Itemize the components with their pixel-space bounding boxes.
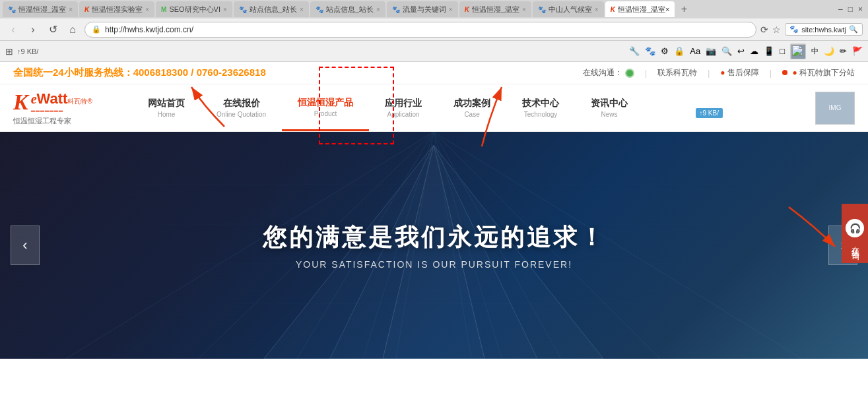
online-consult-button[interactable]: 🎧 在线咨询 xyxy=(842,204,868,263)
tool-icon-6[interactable]: 📷 xyxy=(706,46,716,56)
hero-content: 您的满意是我们永远的追求！ YOUR SATISFACTION IS OUR P… xyxy=(263,222,606,270)
tab-favicon-6: 🐾 xyxy=(392,6,400,13)
nav-right: IMG xyxy=(815,92,855,125)
logo-subtitle: 恒温恒湿工程专家 xyxy=(13,116,119,126)
tab-close-5[interactable]: × xyxy=(376,6,380,13)
back-button[interactable]: ‹ xyxy=(5,24,21,36)
more-icon[interactable]: ✏ xyxy=(840,46,847,56)
online-chat[interactable]: 在线沟通： xyxy=(583,67,634,78)
hotline-number2: 0760-23626818 xyxy=(197,67,266,78)
tool-icon-3[interactable]: ⚙ xyxy=(661,46,669,56)
url-bar[interactable]: 🔒 http://hwhs.kwtjd.com.cn/ xyxy=(84,22,756,38)
search-button-icon[interactable]: 🔍 xyxy=(849,25,858,34)
top-bar: 全国统一24小时服务热线：4006818300 / 0760-23626818 … xyxy=(0,62,868,84)
tab-8[interactable]: 🐾 中山人气候室 × xyxy=(533,1,604,17)
hotline-prefix: 全国统一24小时服务热线： xyxy=(13,67,133,78)
nav-item-tech[interactable]: 技术中心 Technology xyxy=(506,84,575,131)
logo-watt: Watt xyxy=(37,90,68,107)
nav-case-cn: 成功案例 xyxy=(453,98,490,109)
nav-quote-en: Online Quotation xyxy=(217,111,266,118)
tab-close-4[interactable]: × xyxy=(300,6,304,13)
bookmark-icon[interactable]: ☆ xyxy=(772,24,781,35)
consult-headset-icon: 🎧 xyxy=(846,219,864,237)
minimize-button[interactable]: – xyxy=(838,5,843,14)
tab-favicon-7: K xyxy=(465,6,469,13)
carousel-prev-button[interactable]: ‹ xyxy=(11,226,40,265)
tab-close-2[interactable]: × xyxy=(145,6,149,13)
toolbar-search-box[interactable]: 🐾 site:hwhs.kwtj 🔍 xyxy=(785,23,863,36)
website-content: 全国统一24小时服务热线：4006818300 / 0760-23626818 … xyxy=(0,62,868,359)
nav-news-en: News xyxy=(601,111,618,118)
flag-icon[interactable]: 🚩 xyxy=(852,46,863,56)
nav-item-home[interactable]: 网站首页 Home xyxy=(132,84,201,131)
hotline-number: 4006818300 xyxy=(133,67,188,78)
tab-bar: 🐾 恒温恒湿_温室 × K 恒温恒湿实验室 × M SEO研究中心VI × 🐾 … xyxy=(0,0,868,18)
tab-favicon-3: M xyxy=(161,6,166,13)
tab-6[interactable]: 🐾 流量与关键词 × xyxy=(387,1,458,17)
forward-button[interactable]: › xyxy=(25,24,41,36)
tab-close-8[interactable]: × xyxy=(595,6,599,13)
maximize-button[interactable]: □ xyxy=(848,5,853,14)
new-tab-button[interactable]: + xyxy=(676,1,692,17)
tab-2[interactable]: K 恒温恒湿实验室 × xyxy=(79,1,154,17)
tool-icon-9[interactable]: ☁ xyxy=(750,46,758,56)
tool-icon-7[interactable]: 🔍 xyxy=(721,46,732,56)
reload-button[interactable]: ↺ xyxy=(45,23,61,36)
address-bar: ‹ › ↺ ⌂ 🔒 http://hwhs.kwtjd.com.cn/ ⟳ ☆ … xyxy=(0,18,868,41)
nav-case-en: Case xyxy=(464,111,479,118)
nav-product-cn: 恒温恒湿产品 xyxy=(298,97,353,109)
security-icon: 🔒 xyxy=(92,25,101,34)
nav-item-case[interactable]: 成功案例 Case xyxy=(438,84,506,131)
tool-icon-8[interactable]: ↩ xyxy=(737,46,745,56)
tool-icon-11[interactable]: □ xyxy=(780,46,785,56)
tab-4[interactable]: 🐾 站点信息_站长 × xyxy=(234,1,309,17)
tool-icon-1[interactable]: 🔧 xyxy=(629,46,640,56)
address-right: ⟳ ☆ 🐾 site:hwhs.kwtj 🔍 xyxy=(760,23,863,36)
aftersale-label: ● 售后保障 xyxy=(720,67,759,78)
nav-item-application[interactable]: 应用行业 Application xyxy=(369,84,438,131)
hero-title-en: YOUR SATISFACTION IS OUR PURSUIT FOREVER… xyxy=(263,259,606,270)
nav-app-cn: 应用行业 xyxy=(385,98,422,109)
aftersale-text: 售后保障 xyxy=(727,68,759,77)
tab-favicon-5: 🐾 xyxy=(316,6,323,13)
nav-items: 网站首页 Home 在线报价 Online Quotation 恒温恒湿产品 P… xyxy=(132,84,644,131)
tab-favicon-8: 🐾 xyxy=(538,6,546,13)
tool-icon-2[interactable]: 🐾 xyxy=(645,46,655,56)
tab-close-7[interactable]: × xyxy=(522,6,526,13)
home-button[interactable]: ⌂ xyxy=(65,24,81,36)
divider-2: | xyxy=(708,69,710,78)
nav-item-news[interactable]: 资讯中心 News xyxy=(575,84,644,131)
tab-7[interactable]: K 恒温恒湿_温室 × xyxy=(459,1,531,17)
tab-close-3[interactable]: × xyxy=(223,6,227,13)
hotline-separator: / xyxy=(188,67,197,78)
tab-5[interactable]: 🐾 站点信息_站长 × xyxy=(310,1,385,17)
branch-dot: ● xyxy=(792,68,797,77)
nav-bar: K e Watt 科瓦特® ━━━━━━━ 恒温恒湿工程专家 网站首页 Home… xyxy=(0,84,868,132)
contact-label[interactable]: 联系科瓦特 xyxy=(657,67,697,78)
tab-close-1[interactable]: × xyxy=(69,6,73,13)
nav-item-product[interactable]: 恒温恒湿产品 Product xyxy=(282,84,369,131)
logo-brand-group: e Watt 科瓦特® ━━━━━━━ xyxy=(31,90,92,115)
tool-icon-4[interactable]: 🔒 xyxy=(674,46,684,56)
nav-tech-en: Technology xyxy=(524,111,558,118)
browser-chrome: 🐾 恒温恒湿_温室 × K 恒温恒湿实验室 × M SEO研究中心VI × 🐾 … xyxy=(0,0,868,62)
theme-icon[interactable]: 🌙 xyxy=(824,46,834,56)
kb-upload-indicator: ↑9 KB/ xyxy=(696,108,723,118)
nav-item-quote[interactable]: 在线报价 Online Quotation xyxy=(201,84,282,131)
hero-title-cn: 您的满意是我们永远的追求！ xyxy=(263,222,606,254)
hero-banner: 您的满意是我们永远的追求！ YOUR SATISFACTION IS OUR P… xyxy=(0,132,868,359)
user-options[interactable]: 中 xyxy=(811,46,818,56)
tab-close-6[interactable]: × xyxy=(449,6,453,13)
grid-icon[interactable]: ⊞ xyxy=(5,46,13,57)
tool-icon-10[interactable]: 📱 xyxy=(764,46,774,56)
tool-icon-5[interactable]: Aa xyxy=(690,46,700,56)
tab-9[interactable]: K 恒温恒湿_温室× xyxy=(605,1,675,17)
nav-news-cn: 资讯中心 xyxy=(591,98,628,109)
tab-3[interactable]: M SEO研究中心VI × xyxy=(156,1,232,17)
tab-1[interactable]: 🐾 恒温恒湿_温室 × xyxy=(3,1,78,17)
branch-label: ● 科瓦特旗下分站 xyxy=(782,67,855,78)
nav-quote-cn: 在线报价 xyxy=(223,98,260,109)
refresh-icon[interactable]: ⟳ xyxy=(760,24,768,35)
user-avatar xyxy=(790,44,806,59)
close-button[interactable]: × xyxy=(858,5,863,14)
